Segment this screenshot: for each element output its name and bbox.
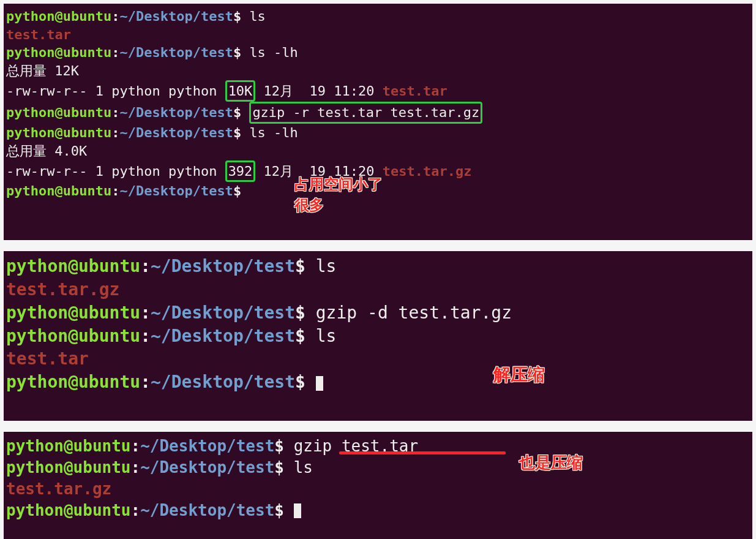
file-date: 12月 19 11:20 bbox=[255, 83, 382, 99]
output-total: 总用量 12K bbox=[6, 62, 750, 80]
terminal-panel-1: python@ubuntu:~/Desktop/test$ ls test.ta… bbox=[4, 4, 752, 240]
blank-line bbox=[6, 521, 750, 539]
prompt-path: ~/Desktop/test bbox=[119, 125, 233, 140]
prompt-path: ~/Desktop/test bbox=[140, 437, 274, 455]
file-perms: -rw-rw-r-- 1 python python bbox=[6, 83, 225, 99]
prompt-user: python@ubuntu bbox=[6, 303, 140, 323]
highlight-size: 10K bbox=[225, 80, 256, 102]
prompt-line: python@ubuntu:~/Desktop/test$ ls -lh bbox=[6, 124, 750, 142]
output-line: test.tar bbox=[6, 26, 750, 44]
prompt-user: python@ubuntu bbox=[6, 372, 140, 392]
prompt-user: python@ubuntu bbox=[6, 105, 111, 120]
cursor-icon bbox=[316, 376, 323, 391]
prompt-path: ~/Desktop/test bbox=[119, 105, 233, 120]
file-archive: test.tar bbox=[6, 349, 89, 369]
prompt-path: ~/Desktop/test bbox=[119, 9, 233, 24]
file-archive: test.tar.gz bbox=[6, 279, 119, 300]
prompt-line: python@ubuntu:~/Desktop/test$ bbox=[6, 371, 750, 394]
output-line: test.tar bbox=[6, 347, 750, 371]
blank-line bbox=[6, 394, 750, 417]
prompt-user: python@ubuntu bbox=[6, 326, 140, 346]
prompt-user: python@ubuntu bbox=[6, 183, 111, 198]
prompt-path: ~/Desktop/test bbox=[151, 326, 295, 346]
command-text: ls bbox=[294, 458, 313, 477]
prompt-path: ~/Desktop/test bbox=[119, 183, 233, 198]
command-text: ls -lh bbox=[249, 45, 298, 60]
file-archive: test.tar.gz bbox=[6, 480, 111, 498]
prompt-line: python@ubuntu:~/Desktop/test$ ls bbox=[6, 7, 750, 26]
file-archive: test.tar bbox=[383, 83, 447, 99]
prompt-line: python@ubuntu:~/Desktop/test$ gzip -d te… bbox=[6, 301, 750, 325]
prompt-path: ~/Desktop/test bbox=[119, 45, 233, 60]
prompt-line: python@ubuntu:~/Desktop/test$ ls -lh bbox=[6, 43, 750, 62]
highlight-size: 392 bbox=[225, 160, 256, 183]
prompt-user: python@ubuntu bbox=[6, 9, 111, 24]
command-text: ls -lh bbox=[249, 125, 298, 140]
annotation-note: 解压缩 bbox=[493, 363, 545, 386]
command-text: gzip -d test.tar.gz bbox=[316, 303, 512, 323]
prompt-colon: : bbox=[111, 9, 119, 24]
terminal-panel-2: python@ubuntu:~/Desktop/test$ ls test.ta… bbox=[4, 251, 752, 421]
output-line: test.tar.gz bbox=[6, 278, 750, 301]
terminal-panel-3: python@ubuntu:~/Desktop/test$ gzip test.… bbox=[4, 432, 752, 539]
command-text: ls bbox=[249, 9, 266, 24]
prompt-user: python@ubuntu bbox=[6, 501, 131, 519]
prompt-user: python@ubuntu bbox=[6, 256, 140, 276]
prompt-user: python@ubuntu bbox=[6, 125, 111, 140]
output-listing: -rw-rw-r-- 1 python python 10K 12月 19 11… bbox=[6, 80, 750, 102]
cursor-icon bbox=[294, 503, 301, 518]
prompt-dollar: $ bbox=[233, 9, 241, 24]
annotation-underline bbox=[339, 451, 506, 454]
blank-line bbox=[6, 219, 750, 237]
output-total: 总用量 4.0K bbox=[6, 142, 750, 160]
command-text: ls bbox=[316, 326, 337, 346]
prompt-path: ~/Desktop/test bbox=[151, 256, 295, 276]
prompt-line: python@ubuntu:~/Desktop/test$ bbox=[6, 500, 750, 521]
command-text: ls bbox=[316, 256, 337, 276]
annotation-note: 占用空间小了 很多 bbox=[294, 174, 383, 215]
output-line: test.tar.gz bbox=[6, 478, 750, 500]
prompt-user: python@ubuntu bbox=[6, 45, 111, 60]
prompt-path: ~/Desktop/test bbox=[151, 303, 295, 323]
prompt-path: ~/Desktop/test bbox=[140, 458, 274, 477]
prompt-path: ~/Desktop/test bbox=[140, 501, 274, 519]
file-perms: -rw-rw-r-- 1 python python bbox=[6, 164, 225, 179]
prompt-user: python@ubuntu bbox=[6, 437, 131, 455]
annotation-note: 也是压缩 bbox=[519, 451, 583, 473]
file-archive: test.tar bbox=[6, 27, 71, 42]
prompt-line: python@ubuntu:~/Desktop/test$ gzip -r te… bbox=[6, 102, 750, 124]
prompt-line: python@ubuntu:~/Desktop/test$ ls bbox=[6, 457, 750, 478]
file-archive: test.tar.gz bbox=[383, 164, 472, 179]
prompt-user: python@ubuntu bbox=[6, 458, 131, 477]
prompt-line: python@ubuntu:~/Desktop/test$ ls bbox=[6, 255, 750, 278]
prompt-line: python@ubuntu:~/Desktop/test$ ls bbox=[6, 325, 750, 348]
highlight-command: gzip -r test.tar test.tar.gz bbox=[249, 102, 482, 124]
prompt-path: ~/Desktop/test bbox=[151, 372, 295, 392]
